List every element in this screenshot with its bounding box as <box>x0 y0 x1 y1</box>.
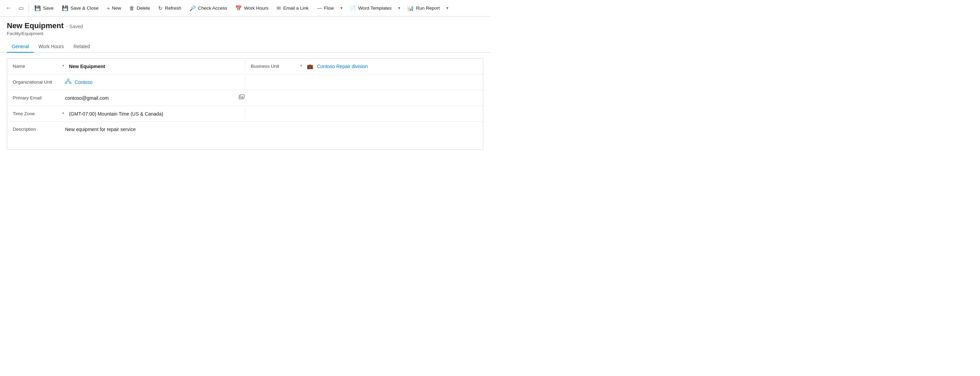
page-subtitle: Facility/Equipment <box>7 31 483 36</box>
word-templates-chevron-down-icon: ▼ <box>398 6 401 10</box>
tab-work-hours[interactable]: Work Hours <box>34 41 69 53</box>
form-col-org-unit: Organizational Unit Contoso <box>7 74 245 90</box>
back-button[interactable]: ← <box>3 2 14 14</box>
page-saved-status: - Saved <box>67 24 83 29</box>
svg-rect-0 <box>67 79 69 80</box>
check-access-button[interactable]: 🔎 Check Access <box>186 3 231 13</box>
primary-email-label: Primary Email <box>7 92 62 104</box>
word-templates-icon: 📄 <box>350 5 356 11</box>
run-report-button[interactable]: 📊 Run Report <box>404 3 443 13</box>
flow-dropdown-group: ⸻ Flow ▼ <box>313 3 345 13</box>
page-header: New Equipment - Saved Facility/Equipment <box>0 16 490 36</box>
name-value[interactable]: New Equipment <box>66 60 245 73</box>
org-unit-icon <box>65 79 71 86</box>
primary-email-value[interactable]: contoso@gmail.com <box>62 92 236 104</box>
description-label: Description <box>7 122 62 135</box>
flow-button[interactable]: ⸻ Flow <box>313 3 337 13</box>
name-label: Name <box>7 60 62 72</box>
description-value[interactable]: New equipment for repair service <box>62 122 245 135</box>
new-icon: + <box>107 5 110 11</box>
page-title: New Equipment <box>7 21 64 30</box>
run-report-chevron-down-icon: ▼ <box>445 6 449 10</box>
form-col-description: Description New equipment for repair ser… <box>7 122 245 135</box>
word-templates-dropdown-button[interactable]: ▼ <box>395 4 403 12</box>
tab-related[interactable]: Related <box>68 41 95 53</box>
email-link-button[interactable]: ✉ Email a Link <box>273 3 312 13</box>
form-col-time-zone-side <box>245 106 483 121</box>
form-col-org-unit-side <box>245 74 483 90</box>
email-copy-icon[interactable] <box>239 94 245 102</box>
save-close-button[interactable]: 💾 Save & Close <box>59 3 102 13</box>
time-zone-label: Time Zone <box>7 108 62 120</box>
run-report-icon: 📊 <box>407 5 414 11</box>
form-col-name: Name * New Equipment <box>7 59 245 74</box>
flow-icon: ⸻ <box>317 5 322 11</box>
work-hours-icon: 📅 <box>235 5 242 11</box>
save-icon: 💾 <box>34 5 41 11</box>
time-zone-required-indicator: * <box>62 111 64 116</box>
word-templates-button[interactable]: 📄 Word Templates <box>346 3 395 13</box>
business-unit-required-indicator: * <box>300 64 302 69</box>
form-row-time-zone: Time Zone * (GMT-07:00) Mountain Time (U… <box>7 106 483 122</box>
form-row-org-unit: Organizational Unit Contoso <box>7 74 483 90</box>
new-button[interactable]: + New <box>103 3 125 13</box>
flow-dropdown-button[interactable]: ▼ <box>337 4 345 12</box>
svg-rect-2 <box>70 82 71 84</box>
window-icon-button[interactable]: ▭ <box>16 3 27 13</box>
form-container: Name * New Equipment Business Unit * 💼 C… <box>7 58 483 150</box>
toolbar: ← ▭ 💾 Save 💾 Save & Close + New 🗑 Delete… <box>0 0 490 16</box>
form-row-name: Name * New Equipment Business Unit * 💼 C… <box>7 59 483 74</box>
delete-icon: 🗑 <box>129 5 135 11</box>
name-required-indicator: * <box>62 64 64 69</box>
flow-chevron-down-icon: ▼ <box>340 6 343 10</box>
form-row-description: Description New equipment for repair ser… <box>7 122 483 149</box>
form-col-primary-email: Primary Email contoso@gmail.com <box>7 90 245 106</box>
word-templates-dropdown-group: 📄 Word Templates ▼ <box>346 3 402 13</box>
business-unit-icon: 💼 <box>307 63 313 70</box>
save-close-icon: 💾 <box>62 5 68 11</box>
email-link-icon: ✉ <box>277 5 281 11</box>
form-col-time-zone: Time Zone * (GMT-07:00) Mountain Time (U… <box>7 106 245 121</box>
run-report-dropdown-button[interactable]: ▼ <box>443 4 450 12</box>
business-unit-value[interactable]: 💼 Contoso Repair division <box>304 60 483 73</box>
work-hours-button[interactable]: 📅 Work Hours <box>232 3 272 13</box>
form-row-primary-email: Primary Email contoso@gmail.com <box>7 90 483 106</box>
form-col-email-side <box>245 90 483 106</box>
org-unit-value[interactable]: Contoso <box>62 75 245 89</box>
run-report-dropdown-group: 📊 Run Report ▼ <box>404 3 450 13</box>
org-unit-label: Organizational Unit <box>7 76 62 88</box>
business-unit-label: Business Unit <box>245 60 300 72</box>
tabs: General Work Hours Related <box>0 38 490 53</box>
save-button[interactable]: 💾 Save <box>31 3 57 13</box>
svg-rect-1 <box>65 82 67 84</box>
refresh-button[interactable]: ↻ Refresh <box>155 3 185 13</box>
check-access-icon: 🔎 <box>189 5 196 11</box>
tab-general[interactable]: General <box>7 41 34 53</box>
form-col-business-unit: Business Unit * 💼 Contoso Repair divisio… <box>245 59 483 74</box>
time-zone-value[interactable]: (GMT-07:00) Mountain Time (US & Canada) <box>66 108 245 120</box>
refresh-icon: ↻ <box>158 5 163 11</box>
delete-button[interactable]: 🗑 Delete <box>126 3 153 13</box>
toolbar-divider-1 <box>29 4 29 13</box>
